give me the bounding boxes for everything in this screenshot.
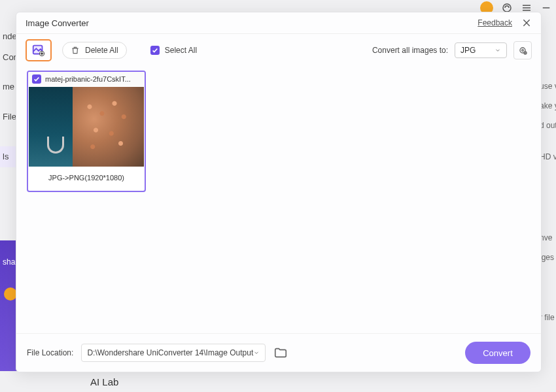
convert-to-label: Convert all images to: [372, 46, 448, 55]
file-location-label: File Location: [27, 348, 73, 357]
image-conversion-info: JPG->PNG(1920*1080) [28, 167, 145, 191]
convert-to-group: Convert all images to: JPG [372, 41, 532, 59]
modal-header: Image Converter Feedback [16, 12, 541, 34]
image-card[interactable]: matej-pribanic-2fu7CskIT... JPG->PNG(192… [27, 71, 146, 192]
folder-icon [273, 346, 288, 360]
format-select[interactable]: JPG [455, 42, 507, 58]
gear-icon [517, 45, 528, 56]
chevron-down-icon [495, 47, 501, 54]
modal-title: Image Converter [26, 18, 89, 28]
svg-point-0 [503, 4, 511, 12]
image-converter-modal: Image Converter Feedback Delete All [16, 12, 542, 372]
file-location-select[interactable]: D:\Wondershare UniConverter 14\Image Out… [81, 344, 266, 362]
select-all-checkbox[interactable]: Select All [150, 46, 197, 55]
ai-lab-label: AI Lab [90, 376, 118, 387]
svg-point-12 [522, 50, 524, 52]
file-location-path: D:\Wondershare UniConverter 14\Image Out… [87, 348, 253, 357]
bg-sidebar: nde Con me File ls [0, 26, 17, 167]
delete-all-label: Delete All [85, 46, 118, 55]
modal-footer: File Location: D:\Wondershare UniConvert… [16, 333, 541, 372]
trash-icon [71, 46, 80, 55]
chevron-down-icon [253, 350, 260, 356]
close-icon[interactable] [521, 18, 532, 28]
output-settings-button[interactable] [513, 41, 532, 59]
image-filename: matej-pribanic-2fu7CskIT... [45, 75, 141, 83]
thumbnail-grid: matej-pribanic-2fu7CskIT... JPG->PNG(192… [16, 67, 541, 333]
add-image-button[interactable] [26, 39, 52, 61]
convert-button[interactable]: Convert [465, 342, 530, 364]
open-folder-button[interactable] [273, 346, 288, 360]
format-value: JPG [460, 46, 476, 55]
checkbox-checked-icon [150, 46, 160, 55]
delete-all-button[interactable]: Delete All [62, 42, 127, 59]
minimize-icon[interactable] [540, 2, 552, 14]
feedback-link[interactable]: Feedback [478, 18, 512, 27]
image-checkbox[interactable] [32, 74, 41, 84]
image-thumbnail [29, 87, 144, 167]
bg-right-text: use v ake y d out HD v nve iges r file [540, 82, 556, 333]
select-all-label: Select All [165, 46, 197, 55]
toolbar: Delete All Select All Convert all images… [16, 34, 541, 67]
